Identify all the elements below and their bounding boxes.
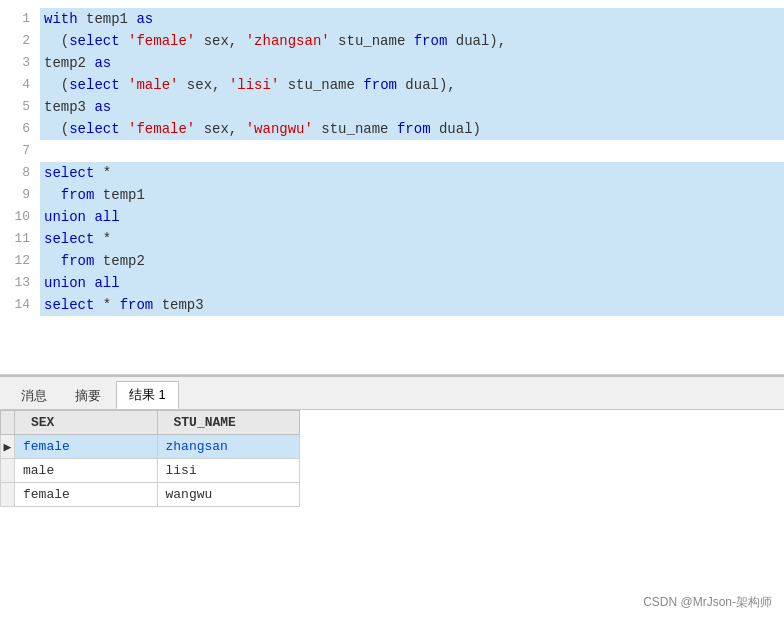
table-header: SEXSTU_NAME [1,411,300,435]
line-content: union all [40,272,784,294]
line-number: 12 [0,250,40,272]
token-plain: * [94,165,111,181]
line-number: 8 [0,162,40,184]
token-str: 'zhangsan' [246,33,330,49]
token-plain [120,121,128,137]
table-cell: female [15,435,158,459]
row-indicator: ▶ [1,435,15,459]
table-cell: zhangsan [157,435,300,459]
token-kw: union [44,209,86,225]
token-kw: select [44,297,94,313]
line-content: (select 'female' sex, 'wangwu' stu_name … [40,118,784,140]
token-plain [120,33,128,49]
line-content: temp3 as [40,96,784,118]
token-kw: with [44,11,78,27]
token-plain: ( [44,77,69,93]
code-line: 11select * [0,228,784,250]
token-plain: sex, [195,33,245,49]
table-cell: male [15,459,158,483]
line-number: 1 [0,8,40,30]
token-kw: from [397,121,431,137]
line-content: (select 'male' sex, 'lisi' stu_name from… [40,74,784,96]
tab-结果 1[interactable]: 结果 1 [116,381,179,409]
token-kw: as [94,99,111,115]
line-number: 13 [0,272,40,294]
token-str: 'wangwu' [246,121,313,137]
code-line: 5temp3 as [0,96,784,118]
token-plain: temp2 [44,55,94,71]
code-line: 1with temp1 as [0,8,784,30]
token-plain: temp3 [44,99,94,115]
line-number: 10 [0,206,40,228]
line-content: union all [40,206,784,228]
token-kw: from [120,297,154,313]
row-indicator-header [1,411,15,435]
token-plain: * [94,297,119,313]
watermark: CSDN @MrJson-架构师 [643,594,772,611]
table-row: malelisi [1,459,300,483]
token-kw: from [61,187,95,203]
code-line: 2 (select 'female' sex, 'zhangsan' stu_n… [0,30,784,52]
token-kw: as [94,55,111,71]
token-kw: select [69,77,119,93]
tabs-bar: 消息摘要结果 1 [0,377,784,410]
token-plain: sex, [178,77,228,93]
token-kw: all [94,275,119,291]
line-content: select * [40,228,784,250]
token-plain [44,187,61,203]
line-number: 6 [0,118,40,140]
line-content: select * [40,162,784,184]
token-plain [120,77,128,93]
line-number: 5 [0,96,40,118]
token-kw: from [414,33,448,49]
token-plain: sex, [195,121,245,137]
column-header-stu_name: STU_NAME [157,411,300,435]
line-number: 2 [0,30,40,52]
code-line: 4 (select 'male' sex, 'lisi' stu_name fr… [0,74,784,96]
tab-摘要[interactable]: 摘要 [62,382,114,409]
token-plain: temp1 [94,187,144,203]
line-number: 11 [0,228,40,250]
line-content: temp2 as [40,52,784,74]
table-cell: lisi [157,459,300,483]
line-number: 3 [0,52,40,74]
line-number: 4 [0,74,40,96]
token-plain: ( [44,121,69,137]
code-line: 3temp2 as [0,52,784,74]
token-kw: select [69,33,119,49]
token-kw: union [44,275,86,291]
code-line: 10union all [0,206,784,228]
row-indicator [1,483,15,507]
line-content: with temp1 as [40,8,784,30]
line-number: 7 [0,140,40,162]
token-plain: temp2 [94,253,144,269]
table-row: femalewangwu [1,483,300,507]
code-line: 7 [0,140,784,162]
results-area: SEXSTU_NAME ▶femalezhangsanmalelisifemal… [0,410,784,619]
token-plain: stu_name [313,121,397,137]
table-body: ▶femalezhangsanmalelisifemalewangwu [1,435,300,507]
token-plain: stu_name [279,77,363,93]
token-kw: select [69,121,119,137]
token-plain: dual) [431,121,481,137]
line-content: select * from temp3 [40,294,784,316]
token-plain: dual), [397,77,456,93]
code-line: 12 from temp2 [0,250,784,272]
table-row: ▶femalezhangsan [1,435,300,459]
table-cell: female [15,483,158,507]
code-line: 9 from temp1 [0,184,784,206]
token-str: 'female' [128,33,195,49]
token-plain: dual), [447,33,506,49]
code-lines: 1with temp1 as2 (select 'female' sex, 'z… [0,8,784,316]
token-str: 'lisi' [229,77,279,93]
token-kw: select [44,165,94,181]
code-line: 13union all [0,272,784,294]
code-line: 14select * from temp3 [0,294,784,316]
token-str: 'male' [128,77,178,93]
line-content: from temp1 [40,184,784,206]
column-header-sex: SEX [15,411,158,435]
line-number: 14 [0,294,40,316]
token-plain: stu_name [330,33,414,49]
token-kw: all [94,209,119,225]
tab-消息[interactable]: 消息 [8,382,60,409]
